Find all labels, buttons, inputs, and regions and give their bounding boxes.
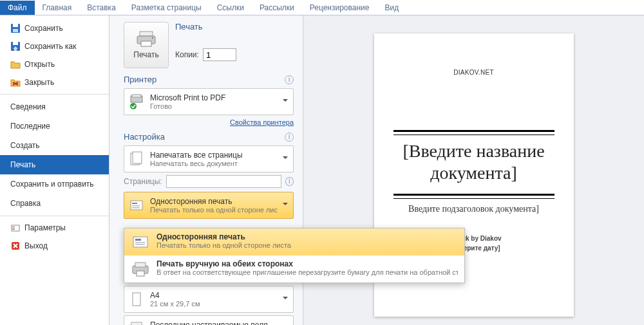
single-side-icon xyxy=(131,232,150,252)
copies-label: Копии: xyxy=(175,50,199,59)
margins-icon xyxy=(128,320,145,325)
flyout-title: Печать вручную на обеих сторонах xyxy=(156,259,458,268)
svg-rect-19 xyxy=(132,95,141,97)
settings-heading: Настройка xyxy=(124,132,165,142)
sidebar-item-help[interactable]: Справка xyxy=(0,194,109,213)
printer-status-icon xyxy=(128,93,145,110)
sidebar-item-label: Выход xyxy=(24,241,48,250)
sidebar-item-recent[interactable]: Последние xyxy=(0,116,109,136)
ribbon-tab-file[interactable]: Файл xyxy=(0,1,35,15)
svg-rect-36 xyxy=(137,271,144,276)
sidebar-item-options[interactable]: Параметры xyxy=(0,219,109,237)
sidebar-item-label: Последние xyxy=(10,122,50,131)
sidebar-item-info[interactable]: Сведения xyxy=(0,97,109,116)
options-icon xyxy=(10,223,21,233)
backstage-sidebar: Сохранить Сохранить как Открыть Закрыть … xyxy=(0,15,109,325)
manual-duplex-icon xyxy=(131,259,150,279)
ribbon-tab-home[interactable]: Главная xyxy=(35,1,80,15)
svg-rect-33 xyxy=(135,244,145,245)
printer-name: Microsoft Print to PDF xyxy=(150,93,278,102)
svg-rect-16 xyxy=(141,41,151,46)
pages-label: Страницы: xyxy=(124,177,162,186)
duplex-dropdown[interactable]: Односторонняя печатьПечатать только на о… xyxy=(124,192,294,219)
ribbon-tab-refs[interactable]: Ссылки xyxy=(209,1,252,15)
duplex-flyout: Односторонняя печатьПечатать только на о… xyxy=(124,228,465,283)
ribbon-tab-view[interactable]: Вид xyxy=(377,1,406,15)
chevron-down-icon xyxy=(283,156,288,162)
svg-rect-26 xyxy=(132,207,140,209)
printer-status: Готово xyxy=(150,102,278,110)
ribbon-tab-mailings[interactable]: Рассылки xyxy=(252,1,302,15)
pages-input[interactable] xyxy=(166,175,281,188)
svg-rect-10 xyxy=(12,229,15,230)
flyout-sub: Печатать только на одной стороне листа xyxy=(156,241,458,249)
sidebar-item-save[interactable]: Сохранить xyxy=(0,19,109,37)
flyout-title: Односторонняя печать xyxy=(156,232,458,241)
sidebar-item-label: Открыть xyxy=(24,60,55,69)
info-icon[interactable]: i xyxy=(285,177,294,186)
chevron-down-icon xyxy=(283,203,288,208)
preview-watermark: DIAKOV.NET xyxy=(393,69,554,76)
close-folder-icon xyxy=(10,77,21,88)
svg-rect-2 xyxy=(13,29,18,32)
sidebar-item-label: Справка xyxy=(10,199,41,208)
sidebar-item-label: Закрыть xyxy=(24,78,54,87)
sidebar-item-print[interactable]: Печать xyxy=(0,155,109,174)
svg-rect-25 xyxy=(132,205,140,207)
chevron-down-icon xyxy=(283,99,288,104)
svg-rect-14 xyxy=(140,32,153,36)
sidebar-item-saveas[interactable]: Сохранить как xyxy=(0,37,109,55)
svg-rect-4 xyxy=(13,42,18,45)
margins-dropdown[interactable]: Последние настраиваемые поляЛевое: 2 см … xyxy=(124,315,294,325)
svg-point-17 xyxy=(152,37,153,39)
sidebar-item-label: Сохранить xyxy=(24,24,63,33)
sidebar-item-open[interactable]: Открыть xyxy=(0,55,109,73)
svg-rect-35 xyxy=(135,263,146,267)
ribbon-tab-insert[interactable]: Вставка xyxy=(79,1,124,15)
sidebar-item-label: Печать xyxy=(10,160,35,169)
save-icon xyxy=(10,23,21,33)
dd-sub: Напечатать весь документ xyxy=(150,160,278,167)
flyout-item-manual-duplex[interactable]: Печать вручную на обеих сторонахВ ответ … xyxy=(124,255,464,283)
dd-sub: 21 см x 29,7 см xyxy=(150,300,278,308)
sidebar-item-label: Параметры xyxy=(24,223,66,232)
open-folder-icon xyxy=(10,59,21,70)
svg-rect-9 xyxy=(12,228,15,228)
dd-sub: Печатать только на одной стороне листа xyxy=(150,206,278,214)
exit-icon xyxy=(10,241,21,251)
sidebar-item-close[interactable]: Закрыть xyxy=(0,73,109,91)
info-icon[interactable]: i xyxy=(285,133,294,142)
save-as-icon xyxy=(10,41,21,51)
printer-dropdown[interactable]: Microsoft Print to PDFГотово xyxy=(124,88,294,115)
sidebar-item-share[interactable]: Сохранить и отправить xyxy=(0,174,109,194)
dd-title: Односторонняя печать xyxy=(150,197,278,206)
flyout-sub: В ответ на соответствующее приглашение п… xyxy=(156,268,458,276)
svg-rect-22 xyxy=(133,152,142,163)
sidebar-item-label: Сохранить как xyxy=(24,42,76,51)
copies-input[interactable] xyxy=(203,48,236,61)
print-heading: Печать xyxy=(175,22,203,32)
paper-size-dropdown[interactable]: А421 см x 29,7 см xyxy=(124,286,294,313)
flyout-item-single-side[interactable]: Односторонняя печатьПечатать только на о… xyxy=(124,228,464,255)
svg-point-20 xyxy=(130,103,137,109)
printer-properties-link[interactable]: Свойства принтера xyxy=(230,118,294,126)
svg-rect-24 xyxy=(132,203,137,204)
svg-rect-1 xyxy=(13,24,18,27)
paper-icon xyxy=(128,291,145,308)
pages-all-icon xyxy=(128,151,145,167)
info-icon[interactable]: i xyxy=(285,75,294,84)
preview-subtitle: Введите подзаголовок документа] xyxy=(393,204,554,214)
single-side-icon xyxy=(128,197,145,214)
svg-rect-8 xyxy=(12,227,15,227)
sidebar-item-new[interactable]: Создать xyxy=(0,136,109,155)
ribbon-tab-layout[interactable]: Разметка страницы xyxy=(124,1,209,15)
print-button[interactable]: Печать xyxy=(124,22,169,68)
svg-rect-32 xyxy=(135,242,145,243)
sidebar-item-label: Создать xyxy=(10,141,40,150)
print-range-dropdown[interactable]: Напечатать все страницыНапечатать весь д… xyxy=(124,145,294,172)
print-button-label: Печать xyxy=(133,50,158,59)
ribbon-tab-review[interactable]: Рецензирование xyxy=(302,1,377,15)
sidebar-item-exit[interactable]: Выход xyxy=(0,237,109,255)
preview-title: [Введите название документа] xyxy=(393,140,554,183)
sidebar-item-label: Сведения xyxy=(10,102,46,111)
